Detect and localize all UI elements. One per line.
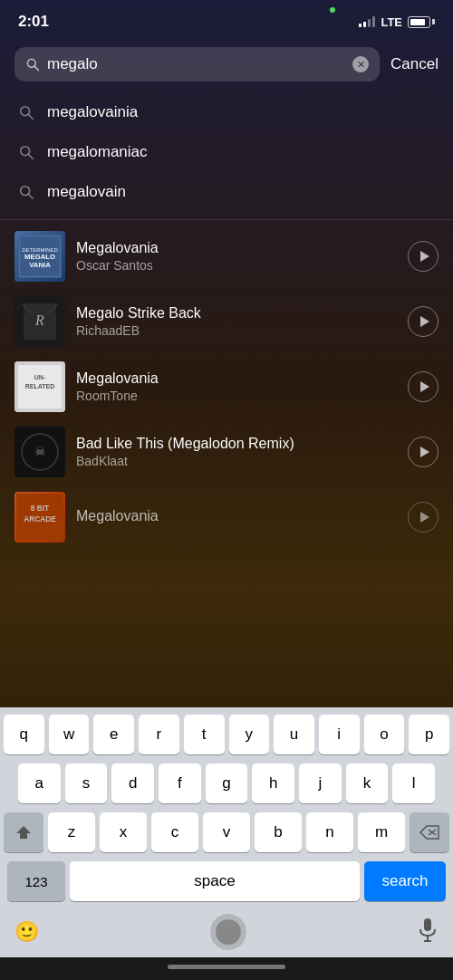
key-r[interactable]: r xyxy=(139,715,179,754)
key-space[interactable]: space xyxy=(70,861,360,901)
play-button-1[interactable] xyxy=(408,241,439,272)
key-e[interactable]: e xyxy=(93,715,134,754)
key-g[interactable]: g xyxy=(206,764,248,803)
key-d[interactable]: d xyxy=(111,764,154,803)
suggestion-item-3[interactable]: megalovain xyxy=(0,172,453,212)
play-button-4[interactable] xyxy=(408,437,439,467)
home-indicator-bar xyxy=(0,957,453,980)
song-info-2: Megalo Strike Back RichaadEB xyxy=(76,305,397,338)
key-p[interactable]: p xyxy=(409,715,449,754)
song-artist-3: RoomTone xyxy=(76,389,397,403)
play-button-3[interactable] xyxy=(408,371,439,402)
key-u[interactable]: u xyxy=(274,715,314,754)
clear-button[interactable]: ✕ xyxy=(352,56,369,72)
svg-text:R: R xyxy=(34,312,44,328)
battery-fill xyxy=(410,19,425,25)
song-item-1[interactable]: DETERMINED MEGALO VANIA Megalovania Osca… xyxy=(0,224,453,289)
key-z[interactable]: z xyxy=(48,812,95,852)
song-item-2[interactable]: R Megalo Strike Back RichaadEB xyxy=(0,289,453,354)
svg-text:MEGALO: MEGALO xyxy=(24,253,55,261)
keyboard-row-3: z x c v b n m xyxy=(4,812,449,852)
suggestion-text-2: megalomaniac xyxy=(47,143,148,161)
status-right: LTE xyxy=(359,15,435,29)
keyboard-bottom-row: 123 space search xyxy=(4,861,449,901)
key-y[interactable]: y xyxy=(229,715,270,754)
key-k[interactable]: k xyxy=(346,764,389,803)
song-title-1: Megalovania xyxy=(76,240,397,256)
svg-line-5 xyxy=(29,155,34,159)
svg-point-0 xyxy=(27,59,35,67)
search-input-wrapper[interactable]: megalo ✕ xyxy=(14,47,380,82)
key-s[interactable]: s xyxy=(65,764,108,803)
battery-tip xyxy=(432,19,435,24)
key-b[interactable]: b xyxy=(255,812,302,852)
artwork-svg-1: DETERMINED MEGALO VANIA xyxy=(18,231,62,282)
key-l[interactable]: l xyxy=(392,764,435,803)
key-search[interactable]: search xyxy=(364,861,446,901)
play-button-2[interactable] xyxy=(408,306,439,337)
song-artwork-3: UN- RELATED xyxy=(14,361,65,412)
suggestion-search-icon-2 xyxy=(18,144,34,160)
key-numbers[interactable]: 123 xyxy=(7,861,65,901)
song-item-5[interactable]: 8 BIT ARCADE Megalovania xyxy=(0,485,453,550)
key-f[interactable]: f xyxy=(159,764,201,803)
mic-button[interactable] xyxy=(417,918,439,946)
key-c[interactable]: c xyxy=(151,812,198,852)
search-query[interactable]: megalo xyxy=(47,55,345,73)
cancel-button[interactable]: Cancel xyxy=(390,55,439,73)
svg-line-7 xyxy=(29,195,34,199)
keyboard-row-2: a s d f g h j k l xyxy=(4,764,449,803)
song-item-4[interactable]: ☠ Bad Like This (Megalodon Remix) BadKla… xyxy=(0,419,453,485)
key-t[interactable]: t xyxy=(184,715,225,754)
home-indicator xyxy=(168,965,285,969)
key-o[interactable]: o xyxy=(364,715,405,754)
suggestion-item-1[interactable]: megalovainia xyxy=(0,92,453,132)
battery-body xyxy=(408,16,430,28)
play-button-5[interactable] xyxy=(408,502,439,533)
song-artist-2: RichaadEB xyxy=(76,323,397,338)
search-bar-container: megalo ✕ Cancel xyxy=(0,40,453,89)
battery-icon xyxy=(408,16,435,28)
key-j[interactable]: j xyxy=(299,764,342,803)
suggestion-search-icon-1 xyxy=(18,104,34,120)
artwork-svg-2: R xyxy=(14,296,65,347)
svg-marker-28 xyxy=(16,826,31,839)
song-artist-4: BadKlaat xyxy=(76,454,397,468)
lte-label: LTE xyxy=(381,15,402,29)
play-icon-2 xyxy=(420,316,429,327)
suggestion-text-3: megalovain xyxy=(47,183,126,201)
song-info-5: Megalovania xyxy=(76,508,397,526)
artwork-svg-4: ☠ xyxy=(14,427,65,477)
wifi-dot xyxy=(330,7,335,13)
suggestion-item-2[interactable]: megalomaniac xyxy=(0,132,453,172)
key-a[interactable]: a xyxy=(18,764,61,803)
key-delete[interactable] xyxy=(410,812,449,852)
key-w[interactable]: w xyxy=(49,715,90,754)
artwork-svg-3: UN- RELATED xyxy=(14,361,65,412)
key-n[interactable]: n xyxy=(306,812,353,852)
play-icon-1 xyxy=(420,251,429,262)
play-icon-3 xyxy=(420,381,429,392)
keyboard: q w e r t y u i o p a s d f g h j k l xyxy=(0,707,453,957)
clear-icon: ✕ xyxy=(357,60,365,70)
svg-text:ARCADE: ARCADE xyxy=(24,514,56,524)
key-h[interactable]: h xyxy=(252,764,294,803)
svg-text:UN-: UN- xyxy=(34,374,46,380)
song-item-3[interactable]: UN- RELATED Megalovania RoomTone xyxy=(0,354,453,419)
suggestion-search-icon-3 xyxy=(18,184,34,200)
song-title-2: Megalo Strike Back xyxy=(76,305,397,322)
song-info-4: Bad Like This (Megalodon Remix) BadKlaat xyxy=(76,436,397,468)
play-icon-4 xyxy=(420,447,429,457)
key-i[interactable]: i xyxy=(319,715,360,754)
play-icon-5 xyxy=(420,512,429,523)
mic-icon xyxy=(417,918,439,943)
emoji-button[interactable]: 🙂 xyxy=(14,920,39,944)
svg-line-1 xyxy=(34,66,38,70)
signal-bar-4 xyxy=(372,16,375,27)
key-m[interactable]: m xyxy=(358,812,405,852)
key-x[interactable]: x xyxy=(100,812,147,852)
key-v[interactable]: v xyxy=(203,812,250,852)
key-q[interactable]: q xyxy=(4,715,44,754)
song-artwork-5: 8 BIT ARCADE xyxy=(14,492,65,543)
key-shift[interactable] xyxy=(4,812,43,852)
